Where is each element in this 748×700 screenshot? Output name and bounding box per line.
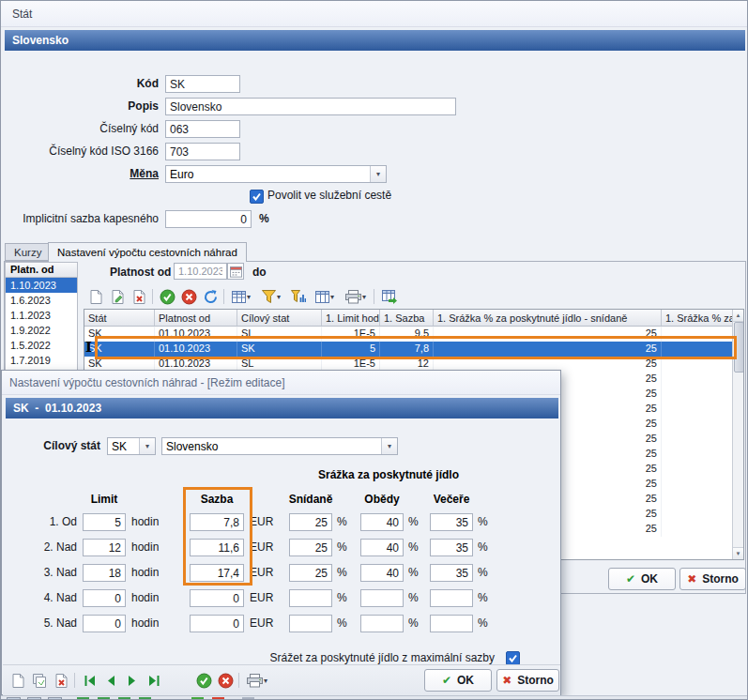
accept-button[interactable]	[193, 670, 214, 691]
cancel-button[interactable]	[215, 670, 236, 691]
snidane-input[interactable]	[289, 615, 332, 632]
row-label: 5. Nad	[11, 615, 77, 632]
srazet-checkbox[interactable]	[506, 651, 520, 665]
mena-combobox[interactable]: Euro ▾	[165, 165, 387, 183]
obedy-input[interactable]	[360, 564, 404, 582]
cell	[662, 372, 734, 387]
vecere-input[interactable]	[430, 513, 473, 531]
obedy-input[interactable]	[360, 513, 404, 531]
filter-graph-button[interactable]	[288, 286, 309, 307]
last-record-button[interactable]	[144, 670, 164, 691]
print-button[interactable]: ▾	[243, 670, 271, 691]
snidane-input[interactable]	[289, 539, 332, 556]
cell-limit: 1E-5	[322, 327, 380, 342]
chevron-down-icon[interactable]: ▾	[139, 438, 155, 454]
new-record-button[interactable]	[8, 670, 28, 691]
hodin-label: hodin	[131, 564, 159, 582]
scroll-down-icon[interactable]: ▼	[733, 547, 743, 559]
next-record-button[interactable]	[122, 670, 143, 691]
accept-icon	[160, 289, 176, 305]
datelist-header[interactable]: Platn. od	[5, 262, 78, 278]
vecere-input[interactable]	[430, 564, 473, 582]
table-icon	[232, 291, 246, 303]
limit-input[interactable]	[83, 615, 126, 632]
sazba-input[interactable]	[190, 615, 244, 632]
dialog-ok-button[interactable]: ✔ OK	[424, 669, 492, 692]
vecere-input[interactable]	[430, 615, 473, 632]
snidane-input[interactable]	[289, 589, 332, 607]
print-button[interactable]: ▾	[342, 286, 370, 307]
ciselny-kod-input[interactable]	[165, 120, 240, 138]
cell	[662, 342, 734, 357]
view-button[interactable]: ▾	[228, 286, 254, 307]
ok-button[interactable]: ✔ OK	[608, 568, 676, 590]
obedy-input[interactable]	[360, 615, 404, 632]
delete-record-button[interactable]	[129, 286, 149, 307]
limit-input[interactable]	[83, 589, 126, 607]
table-row[interactable]: SK 01.10.2023 SI 1E-5 9,5 25	[84, 327, 743, 342]
sazba-input[interactable]	[190, 513, 244, 531]
new-record-button[interactable]	[85, 286, 106, 307]
refresh-button[interactable]	[200, 286, 221, 307]
list-item[interactable]: 1.1.2023	[6, 308, 77, 323]
sazba-input[interactable]	[190, 589, 244, 607]
column-header-stat[interactable]: Stát	[84, 310, 155, 327]
snidane-input[interactable]	[289, 564, 332, 582]
storno-button[interactable]: ✖ Storno	[679, 568, 746, 590]
copy-record-icon	[33, 674, 46, 688]
cell	[662, 402, 734, 417]
vecere-input[interactable]	[430, 589, 473, 607]
column-header-srazka-next[interactable]: 1. Srážka % za pos	[662, 310, 734, 327]
export-table-button[interactable]	[378, 286, 401, 307]
column-header-limit[interactable]: 1. Limit hodin	[322, 310, 380, 327]
accept-button[interactable]	[157, 286, 177, 307]
sazba-input[interactable]	[190, 539, 244, 556]
popis-input[interactable]	[165, 98, 456, 115]
povolit-checkbox[interactable]	[250, 190, 264, 204]
scrollbar-thumb[interactable]	[734, 322, 744, 373]
vertical-scrollbar[interactable]: ▲ ▼	[732, 310, 743, 559]
columns-button[interactable]: ▾	[312, 286, 338, 307]
chevron-down-icon[interactable]: ▾	[381, 438, 397, 454]
kapesne-input[interactable]	[165, 210, 252, 228]
mena-label[interactable]: Měna	[1, 165, 159, 183]
cilovy-stat-code-combobox[interactable]: SK ▾	[107, 437, 156, 455]
obedy-input[interactable]	[360, 539, 404, 556]
calendar-button[interactable]	[227, 263, 244, 280]
obedy-input[interactable]	[360, 589, 404, 607]
tab-kurzy[interactable]: Kurzy	[5, 243, 51, 261]
previous-record-button[interactable]	[100, 670, 121, 691]
kod-input[interactable]	[165, 75, 240, 93]
iso-kod-input[interactable]	[165, 143, 240, 160]
filter-button[interactable]: ▾	[258, 286, 284, 307]
column-header-platnost[interactable]: Platnost od	[155, 310, 237, 327]
vecere-input[interactable]	[430, 539, 473, 556]
sazba-input[interactable]	[190, 564, 244, 582]
first-record-button[interactable]	[79, 670, 99, 691]
list-item[interactable]: 1.6.2023	[6, 293, 77, 308]
column-header-cilovy[interactable]: Cílový stat	[237, 310, 322, 327]
list-item[interactable]: 1.7.2019	[6, 353, 77, 368]
delete-record-button[interactable]	[51, 670, 71, 691]
list-item[interactable]: 1.9.2022	[6, 323, 77, 338]
column-header-sazba[interactable]: 1. Sazba	[380, 310, 434, 327]
platnost-do-label: do	[252, 266, 267, 280]
table-row-selected[interactable]: SK 01.10.2023 SK 5 7,8 25	[84, 342, 743, 357]
list-item[interactable]: 1.10.2023	[6, 278, 77, 293]
limit-input[interactable]	[83, 539, 126, 556]
limit-input[interactable]	[83, 564, 126, 582]
column-header-srazka-snidane[interactable]: 1. Srážka % za poskytnuté jídlo - snídan…	[434, 310, 662, 327]
scroll-up-icon[interactable]: ▲	[733, 310, 743, 322]
cancel-button[interactable]	[178, 286, 199, 307]
list-item[interactable]: 1.5.2022	[6, 338, 77, 353]
snidane-input[interactable]	[289, 513, 332, 531]
platnost-od-input[interactable]	[174, 263, 227, 280]
tab-nastaveni-nahrad[interactable]: Nastavení výpočtu cestovních náhrad	[48, 242, 247, 262]
dialog-storno-button[interactable]: ✖ Storno	[496, 669, 559, 692]
limit-input[interactable]	[83, 513, 126, 531]
copy-record-button[interactable]	[29, 670, 50, 691]
chevron-down-icon[interactable]: ▾	[370, 166, 386, 182]
cilovy-stat-name-combobox[interactable]: Slovensko ▾	[161, 437, 398, 455]
edit-record-button[interactable]	[107, 286, 128, 307]
cilovy-stat-label: Cílový stát	[16, 437, 100, 455]
